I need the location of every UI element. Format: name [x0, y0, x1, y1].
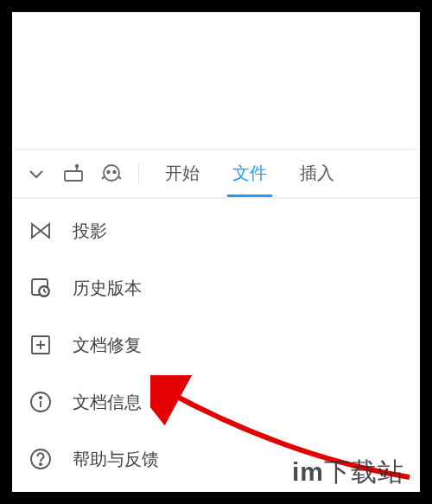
info-icon — [28, 389, 54, 415]
toolbar-divider — [138, 163, 139, 184]
tab-file[interactable]: 文件 — [229, 151, 270, 195]
watermark-strong: im — [292, 457, 324, 486]
menu-label: 投影 — [73, 220, 107, 243]
svg-rect-0 — [65, 171, 82, 181]
menu-item-projection[interactable]: 投影 — [12, 202, 420, 259]
svg-point-18 — [40, 463, 41, 465]
menu-item-history[interactable]: 历史版本 — [12, 259, 420, 316]
history-icon — [28, 275, 54, 301]
menu-label: 帮助与反馈 — [73, 448, 159, 471]
projection-icon — [28, 218, 54, 244]
toolbar: 开始 文件 插入 — [12, 149, 420, 199]
svg-point-4 — [107, 170, 110, 173]
chevron-down-icon[interactable] — [26, 163, 47, 184]
svg-point-15 — [40, 397, 41, 399]
file-menu: 投影 历史版本 文档修复 — [12, 199, 420, 491]
assistant-face-icon[interactable] — [100, 163, 123, 185]
menu-label: 文档信息 — [73, 391, 142, 414]
svg-point-2 — [76, 164, 79, 167]
tab-insert[interactable]: 插入 — [296, 151, 338, 195]
menu-item-repair[interactable]: 文档修复 — [12, 316, 420, 373]
svg-point-5 — [113, 170, 116, 173]
keyboard-icon[interactable] — [62, 163, 85, 185]
repair-icon — [28, 332, 54, 358]
document-preview-area — [12, 12, 420, 149]
menu-label: 历史版本 — [73, 277, 142, 300]
menu-label: 文档修复 — [73, 334, 142, 357]
svg-point-3 — [104, 165, 119, 181]
menu-item-info[interactable]: 文档信息 — [12, 373, 420, 431]
tab-bar: 开始 文件 插入 — [162, 151, 338, 195]
watermark: im下载站 — [292, 455, 404, 490]
watermark-light: 下载站 — [324, 457, 404, 486]
tab-start[interactable]: 开始 — [162, 151, 203, 195]
help-icon — [28, 446, 54, 472]
